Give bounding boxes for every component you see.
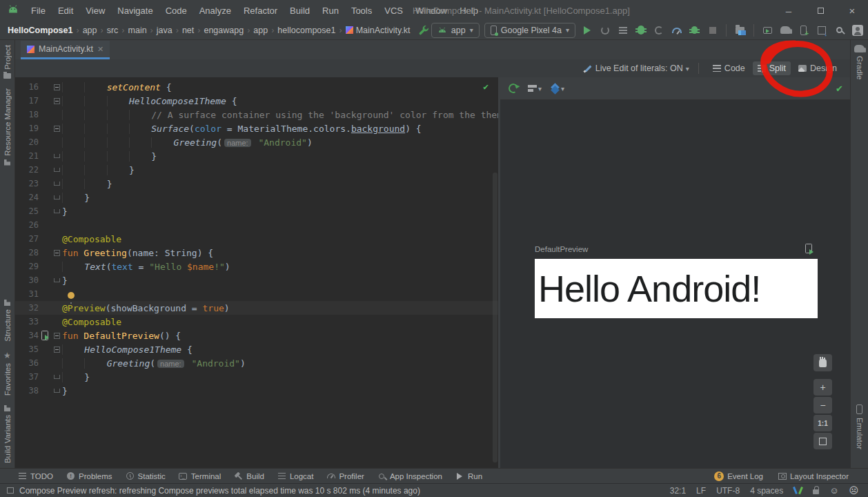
code-line-22[interactable]: 22 } [15, 163, 498, 177]
event-log-button[interactable]: 6 Event Log [714, 471, 763, 481]
code-line-27[interactable]: 27@Composable [15, 232, 498, 246]
run-preview-gutter-icon[interactable] [39, 329, 51, 342]
code-line-24[interactable]: 24 } [15, 191, 498, 204]
kotlin-plugin-icon[interactable] [793, 487, 802, 494]
sidebar-item-build-variants[interactable]: Build Variants [3, 400, 12, 468]
chevron-down-icon[interactable]: ▾ [686, 65, 689, 72]
layout-inspector-button[interactable]: Layout Inspector [778, 472, 849, 480]
code-line-34[interactable]: 34fun DefaultPreview() { [15, 329, 498, 342]
menu-item-navigate[interactable]: Navigate [111, 0, 159, 21]
mode-code-button[interactable]: Code [708, 61, 750, 75]
code-line-20[interactable]: 20 Greeting(name: "Android") [15, 135, 498, 149]
menu-item-build[interactable]: Build [284, 0, 316, 21]
code-line-16[interactable]: 16 setContent { [15, 80, 498, 94]
smiley-face-icon[interactable]: ☺ [829, 486, 838, 495]
fold-end-icon[interactable] [54, 389, 60, 393]
refresh-preview-icon[interactable] [507, 82, 520, 95]
menu-item-run[interactable]: Run [316, 0, 345, 21]
apply-code-changes-button[interactable] [616, 23, 629, 37]
sidebar-item-emulator[interactable]: Emulator [856, 400, 864, 454]
code-line-18[interactable]: 18 // A surface container using the 'bac… [15, 108, 498, 121]
zoom-in-button[interactable]: + [813, 379, 832, 396]
preview-name-label[interactable]: DefaultPreview [535, 245, 588, 253]
code-line-17[interactable]: 17 HelloCompose1Theme { [15, 94, 498, 108]
sidebar-item-favorites[interactable]: ★Favorites [3, 347, 12, 400]
fold-collapse-icon[interactable] [54, 126, 60, 132]
fold-end-icon[interactable] [54, 195, 60, 199]
live-edit-label[interactable]: Live Edit of literals: ON [595, 64, 683, 73]
fold-end-icon[interactable] [54, 209, 60, 213]
inspections-ok-icon[interactable]: ✔ [483, 81, 489, 92]
tab-mainactivity[interactable]: MainActivity.kt ✕ [21, 41, 110, 59]
zoom-to-fit-button[interactable] [813, 433, 832, 449]
line-separator[interactable]: LF [696, 486, 706, 496]
profile-button[interactable] [670, 23, 683, 37]
menu-item-refactor[interactable]: Refactor [237, 0, 284, 21]
sad-face-icon[interactable]: ☹ [849, 486, 858, 495]
run-preview-icon[interactable] [805, 244, 812, 253]
code-line-37[interactable]: 37 } [15, 370, 498, 384]
run-button[interactable] [580, 23, 593, 37]
fold-collapse-icon[interactable] [54, 98, 60, 104]
menu-item-analyze[interactable]: Analyze [193, 0, 237, 21]
stop-button[interactable] [706, 23, 719, 37]
maximize-button[interactable] [805, 0, 836, 21]
fold-collapse-icon[interactable] [54, 347, 60, 353]
tool-window-terminal[interactable]: ›_Terminal [179, 471, 221, 480]
intention-bulb-icon[interactable] [68, 292, 75, 299]
fold-end-icon[interactable] [54, 154, 60, 158]
code-line-23[interactable]: 23 } [15, 177, 498, 191]
code-line-35[interactable]: 35 HelloCompose1Theme { [15, 342, 498, 356]
layers-button[interactable]: ▾ [551, 84, 564, 92]
close-button[interactable]: × [836, 0, 868, 21]
fold-end-icon[interactable] [54, 182, 60, 186]
compose-preview-panel[interactable]: DefaultPreview Hello Android! + − 1:1 [500, 100, 850, 468]
file-encoding[interactable]: UTF-8 [716, 486, 740, 496]
tool-window-logcat[interactable]: Logcat [277, 471, 314, 480]
code-line-21[interactable]: 21 } [15, 149, 498, 163]
tool-window-problems[interactable]: !Problems [66, 471, 112, 480]
editor-scrollbar[interactable] [493, 173, 497, 462]
tool-window-statistic[interactable]: Statistic [126, 471, 166, 480]
sidebar-item-gradle[interactable]: Gradle [854, 40, 865, 85]
tool-window-app-inspection[interactable]: App Inspection [377, 471, 442, 480]
sdk-manager-button[interactable]: ↓ [815, 23, 828, 37]
zoom-out-button[interactable]: − [813, 397, 832, 413]
code-line-19[interactable]: 19 Surface(color = MaterialTheme.colors.… [15, 121, 498, 135]
code-line-38[interactable]: 38} [15, 384, 498, 398]
code-line-26[interactable]: 26 [15, 218, 498, 232]
tool-window-profiler[interactable]: Profiler [326, 471, 364, 480]
fold-end-icon[interactable] [54, 168, 60, 172]
mode-split-button[interactable]: Split [753, 61, 791, 75]
indent-setting[interactable]: 4 spaces [750, 486, 783, 496]
code-line-29[interactable]: 29 Text(text = "Hello $name!") [15, 260, 498, 273]
device-selector-dropdown[interactable]: Google Pixel 4a ▾ [484, 23, 575, 38]
fold-collapse-icon[interactable] [54, 84, 60, 90]
breadcrumb-item-app[interactable]: app [251, 26, 270, 35]
pan-tool-button[interactable] [813, 354, 832, 371]
run-configuration-dropdown[interactable]: app ▾ [431, 23, 480, 38]
readonly-lock-icon[interactable] [813, 489, 819, 494]
breadcrumb-item-app[interactable]: app [81, 26, 99, 35]
code-line-31[interactable]: 31 [15, 287, 498, 301]
preview-render-surface[interactable]: Hello Android! [535, 259, 818, 318]
breadcrumb-item-main[interactable]: main [126, 26, 149, 35]
fold-end-icon[interactable] [54, 375, 60, 379]
search-everywhere-button[interactable] [833, 23, 846, 37]
fold-collapse-icon[interactable] [54, 333, 60, 339]
fold-collapse-icon[interactable] [54, 250, 60, 256]
breadcrumb-item-file[interactable]: MainActivity.kt [344, 26, 413, 35]
apply-changes-button[interactable] [598, 23, 611, 37]
zoom-100-button[interactable]: 1:1 [813, 415, 832, 431]
debug-button[interactable] [634, 23, 647, 37]
menu-item-vcs[interactable]: VCS [378, 0, 409, 21]
project-structure-button[interactable] [733, 23, 747, 37]
breadcrumb-item-HelloCompose1[interactable]: HelloCompose1 [6, 26, 75, 35]
breadcrumb-item-java[interactable]: java [155, 26, 175, 35]
attach-debugger-button[interactable] [652, 23, 665, 37]
breadcrumb-item-hellocompose1[interactable]: hellocompose1 [275, 26, 337, 35]
menu-item-edit[interactable]: Edit [52, 0, 79, 21]
code-line-32[interactable]: 32@Preview(showBackground = true) [15, 301, 498, 315]
profile-avatar-button[interactable] [851, 23, 864, 37]
breadcrumb-item-engawapg[interactable]: engawapg [201, 26, 246, 35]
